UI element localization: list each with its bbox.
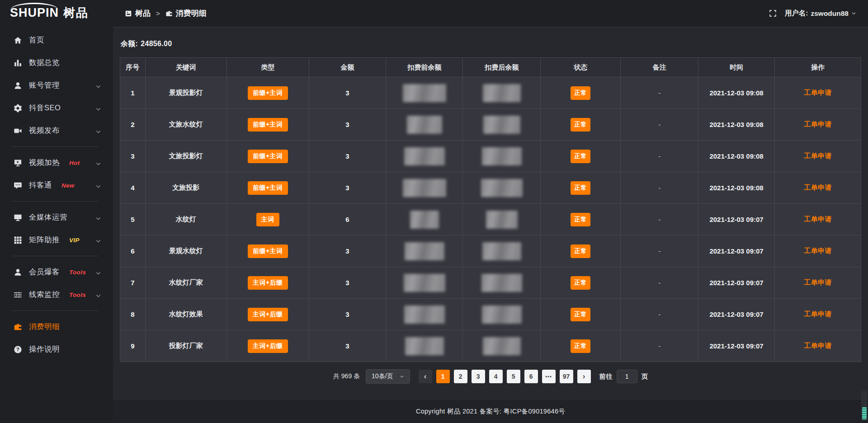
cell-index: 2: [120, 109, 146, 140]
cell-amount: 3: [309, 172, 386, 203]
sidebar-item-label: 全媒体运营: [29, 212, 67, 222]
page-size-select[interactable]: 10条/页: [366, 369, 410, 384]
sidebar-divider: [12, 310, 99, 311]
main-column: 树品>消费明细 用户名: zswodun88 余额:24856.00 序号关键词…: [113, 0, 868, 423]
col-header-time: 时间: [698, 58, 775, 77]
work-order-link[interactable]: 工单申请: [804, 310, 832, 319]
sidebar-item-label: 首页: [29, 35, 44, 45]
page-button-97[interactable]: 97: [560, 370, 573, 383]
app-root: SHUPIN 树品 首页数据总览账号管理抖音SEO视频发布视频加热Hot抖客通N…: [0, 0, 868, 423]
status-badge: 正常: [571, 213, 590, 226]
status-badge: 正常: [571, 181, 590, 195]
breadcrumb-item-shupin[interactable]: 树品: [125, 8, 151, 19]
sidebar-item-consume-detail[interactable]: 消费明细: [0, 315, 113, 338]
cell-balance-before: [386, 77, 463, 108]
cell-remark: -: [621, 109, 698, 140]
app-icon: [125, 10, 132, 17]
sidebar-item-label: 视频发布: [29, 126, 60, 136]
chat-widget-collapsed[interactable]: [861, 391, 867, 421]
sidebar-item-media-operation[interactable]: 全媒体运营: [0, 206, 113, 229]
page-button-4[interactable]: 4: [489, 370, 503, 383]
work-order-link[interactable]: 工单申请: [804, 89, 832, 97]
cell-balance-before: [386, 204, 463, 235]
sidebar-item-douketong[interactable]: 抖客通New: [0, 174, 113, 197]
col-header-index: 序号: [120, 58, 146, 77]
table-row: 1景观投影灯前缀+主词3正常-2021-12-03 09:08工单申请: [120, 77, 861, 108]
sidebar-item-member-burst[interactable]: 会员爆客Tools: [0, 261, 113, 283]
work-order-link[interactable]: 工单申请: [804, 152, 832, 160]
cell-keyword: 水纹灯效果: [146, 299, 227, 330]
cell-type: 主词: [227, 204, 309, 235]
work-order-link[interactable]: 工单申请: [804, 120, 832, 129]
cell-amount: 3: [309, 299, 386, 330]
user-menu[interactable]: 用户名: zswodun88: [785, 9, 856, 18]
redacted-balance-before: [404, 274, 445, 292]
cell-keyword: 景观投影灯: [146, 77, 227, 108]
sidebar-item-label: 视频加热: [29, 158, 60, 168]
work-order-link[interactable]: 工单申请: [804, 247, 832, 255]
chevron-down-icon: [95, 183, 101, 188]
cell-type: 前缀+主词: [227, 235, 309, 267]
redacted-balance-before: [405, 242, 444, 260]
sidebar-item-douyin-seo[interactable]: 抖音SEO: [0, 97, 113, 119]
chevron-down-icon: [95, 128, 101, 134]
work-order-link[interactable]: 工单申请: [804, 183, 832, 192]
app-logo[interactable]: SHUPIN 树品: [0, 0, 113, 25]
sidebar-item-data-overview[interactable]: 数据总览: [0, 52, 113, 74]
page-ellipsis-button[interactable]: •••: [542, 370, 556, 383]
prev-page-button[interactable]: ‹: [419, 370, 432, 383]
page-button-2[interactable]: 2: [454, 370, 467, 383]
cell-remark: -: [621, 172, 698, 203]
redacted-balance-after: [483, 337, 521, 355]
cell-amount: 3: [309, 109, 386, 140]
sidebar-item-home[interactable]: 首页: [0, 29, 113, 52]
redacted-balance-before: [405, 337, 444, 355]
cell-index: 5: [120, 204, 146, 235]
table-row: 7水纹灯厂家主词+后缀3正常-2021-12-03 09:07工单申请: [120, 267, 861, 298]
breadcrumb-label: 消费明细: [176, 8, 207, 19]
sidebar-item-matrix-boost[interactable]: 矩阵助推VIP: [0, 229, 113, 251]
status-badge: 正常: [571, 150, 590, 163]
work-order-link[interactable]: 工单申请: [804, 342, 832, 350]
cell-status: 正常: [541, 109, 621, 140]
cell-status: 正常: [541, 299, 621, 330]
page-button-3[interactable]: 3: [472, 370, 485, 383]
sidebar-item-account-manage[interactable]: 账号管理: [0, 74, 113, 97]
col-header-keyword: 关键词: [146, 58, 227, 77]
cell-keyword: 景观水纹灯: [146, 235, 227, 267]
sidebar-item-video-publish[interactable]: 视频发布: [0, 119, 113, 142]
cell-remark: -: [621, 235, 698, 267]
sidebar-item-help[interactable]: ?操作说明: [0, 338, 113, 361]
cell-action: 工单申请: [775, 204, 861, 235]
topbar-right: 用户名: zswodun88: [769, 9, 856, 18]
breadcrumb-item-consume-detail[interactable]: 消费明细: [165, 8, 207, 19]
cell-remark: -: [621, 204, 698, 235]
balance-value: 24856.00: [141, 40, 172, 47]
sidebar-item-video-heat[interactable]: 视频加热Hot: [0, 151, 113, 174]
goto-page-input[interactable]: [617, 370, 637, 383]
work-order-link[interactable]: 工单申请: [804, 215, 832, 224]
sidebar-item-tag: Tools: [69, 291, 86, 298]
page-button-1[interactable]: 1: [436, 370, 450, 383]
table-row: 6景观水纹灯前缀+主词3正常-2021-12-03 09:07工单申请: [120, 235, 861, 267]
sliders-icon: [14, 291, 22, 299]
next-page-button[interactable]: ›: [577, 370, 591, 383]
cell-time: 2021-12-03 09:08: [698, 77, 775, 108]
grid-icon: [14, 236, 22, 244]
cell-action: 工单申请: [775, 141, 861, 172]
sidebar-item-clue-monitor[interactable]: 线索监控Tools: [0, 283, 113, 306]
cell-status: 正常: [541, 141, 621, 172]
cell-remark: -: [621, 299, 698, 330]
chevron-down-icon: [95, 237, 101, 243]
table-row: 5水纹灯主词6正常-2021-12-03 09:07工单申请: [120, 203, 861, 235]
svg-text:?: ?: [16, 347, 19, 352]
type-badge: 前缀+主词: [248, 86, 288, 100]
redacted-balance-after: [482, 242, 521, 260]
cell-time: 2021-12-03 09:08: [698, 172, 775, 203]
fullscreen-icon[interactable]: [769, 9, 777, 17]
work-order-link[interactable]: 工单申请: [804, 278, 832, 287]
page-button-5[interactable]: 5: [507, 370, 520, 383]
page-button-6[interactable]: 6: [524, 370, 538, 383]
cell-amount: 3: [309, 77, 386, 108]
type-badge: 主词+后缀: [248, 339, 288, 353]
